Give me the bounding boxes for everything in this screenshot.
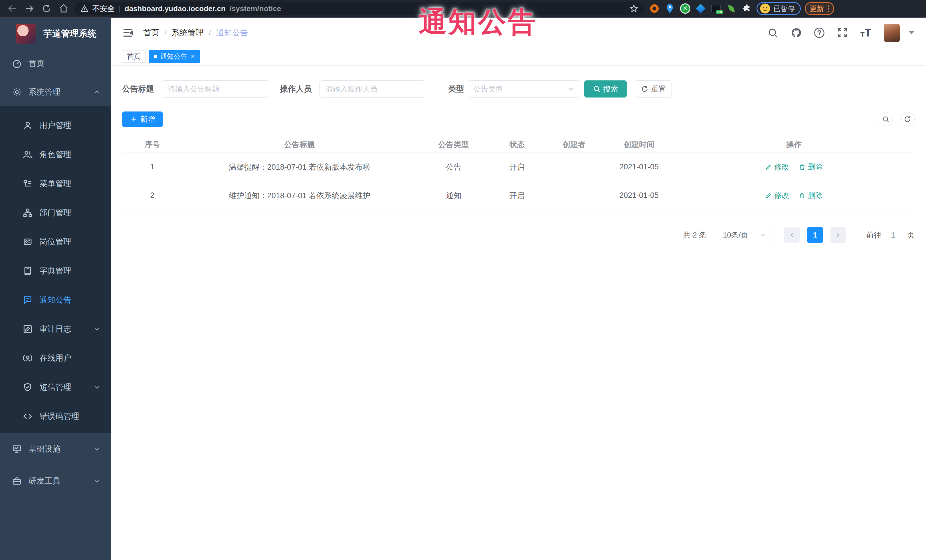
tag-close-icon[interactable]: × (191, 53, 195, 60)
delete-label: 删除 (808, 190, 823, 201)
cell-type: 公告 (416, 162, 491, 172)
type-filter-select[interactable]: 公告类型 (468, 80, 580, 98)
extensions-puzzle-icon[interactable] (741, 3, 752, 14)
sidebar-item-system[interactable]: 系统管理 (0, 78, 111, 106)
operator-filter-input[interactable] (319, 80, 425, 98)
extension-green-x-icon[interactable]: ✕ (679, 3, 691, 14)
shield-icon (23, 382, 33, 392)
add-button[interactable]: 新增 (122, 112, 163, 127)
sidebar-item-post-mgmt[interactable]: 岗位管理 (0, 227, 111, 256)
sidebar-item-label: 审计日志 (39, 324, 71, 335)
breadcrumb-home[interactable]: 首页 (143, 27, 159, 38)
chevron-left-icon (789, 232, 795, 238)
content-area: 公告标题 操作人员 类型 公告类型 搜索 重置 (111, 66, 926, 560)
type-select-placeholder: 公告类型 (473, 84, 503, 94)
chevron-down-icon (567, 85, 575, 93)
sidebar-item-dept-mgmt[interactable]: 部门管理 (0, 198, 111, 227)
browser-update-button[interactable]: 更新 (805, 2, 834, 15)
extension-leaf-icon[interactable] (726, 3, 737, 14)
extension-sql-icon[interactable]: on (710, 3, 722, 14)
breadcrumb-system[interactable]: 系统管理 (172, 27, 204, 38)
sidebar-item-user-mgmt[interactable]: 用户管理 (0, 111, 111, 140)
github-icon[interactable] (791, 27, 802, 38)
sidebar-item-online-users[interactable]: 在线用户 (0, 344, 111, 373)
delete-link[interactable]: 删除 (799, 190, 823, 201)
fullscreen-icon[interactable] (837, 27, 848, 38)
sidebar-item-dict-mgmt[interactable]: 字典管理 (0, 256, 111, 285)
user-avatar[interactable] (884, 24, 900, 42)
sidebar-item-label: 系统管理 (29, 87, 61, 98)
page-size-value: 10条/页 (723, 230, 748, 240)
sidebar-item-dev-tools[interactable]: 研发工具 (0, 465, 111, 497)
tag-active-dot (154, 55, 157, 58)
reset-button-label: 重置 (651, 84, 666, 94)
pagination: 共 2 条 10条/页 1 前往 页 (122, 227, 915, 243)
address-bar[interactable]: 不安全 | dashboard.yudao.iocoder.cn/system/… (74, 2, 645, 15)
app-logo: 芋道管理系统 (0, 18, 111, 49)
breadcrumb-current: 通知公告 (216, 27, 248, 38)
plus-icon (130, 115, 138, 123)
col-title: 公告标题 (183, 139, 416, 150)
tag-home[interactable]: 首页 (122, 50, 145, 63)
goto-page-input[interactable] (884, 227, 902, 243)
edit-link[interactable]: 修改 (765, 190, 789, 201)
search-button[interactable]: 搜索 (584, 80, 627, 98)
avatar-caret-icon[interactable] (908, 31, 915, 35)
browser-forward-icon[interactable] (23, 2, 36, 15)
next-page-button[interactable] (831, 227, 846, 243)
col-status: 状态 (491, 139, 543, 150)
sidebar-item-errorcode-mgmt[interactable]: 错误码管理 (0, 402, 111, 431)
browser-back-icon[interactable] (6, 2, 19, 15)
delete-link[interactable]: 删除 (799, 162, 823, 172)
search-icon (593, 85, 601, 93)
pencil-icon (765, 192, 772, 199)
sidebar-toggle-icon[interactable] (122, 27, 133, 38)
title-filter-input[interactable] (162, 80, 269, 98)
refresh-table-button[interactable] (900, 112, 915, 126)
prev-page-button[interactable] (784, 227, 800, 243)
chevron-down-icon (94, 326, 100, 332)
extension-orange-icon[interactable] (649, 3, 660, 14)
edit-label: 修改 (774, 190, 789, 201)
sidebar-item-audit-log[interactable]: 审计日志 (0, 314, 111, 344)
app-title: 芋道管理系统 (43, 28, 97, 40)
annotation-overlay-text: 通知公告 (419, 3, 537, 41)
sidebar: 芋道管理系统 首页 系统管理 用户管理 角色管理 菜单管理 (0, 18, 111, 560)
security-label: 不安全 (92, 4, 115, 14)
sidebar-item-home[interactable]: 首页 (0, 49, 111, 78)
bookmark-star-icon[interactable] (629, 4, 639, 13)
search-icon[interactable] (767, 27, 778, 38)
sidebar-item-menu-mgmt[interactable]: 菜单管理 (0, 169, 111, 198)
tag-notice[interactable]: 通知公告 × (149, 50, 200, 63)
sidebar-item-infrastructure[interactable]: 基础设施 (0, 433, 111, 465)
sidebar-item-role-mgmt[interactable]: 角色管理 (0, 140, 111, 169)
browser-home-icon[interactable] (57, 2, 70, 15)
pencil-icon (765, 164, 772, 171)
extension-diamond-icon[interactable] (695, 3, 707, 14)
toggle-search-button[interactable] (879, 112, 893, 126)
tools-icon (12, 476, 22, 486)
extension-pin-icon[interactable] (664, 3, 676, 14)
infra-icon (12, 444, 22, 454)
breadcrumb: 首页 / 系统管理 / 通知公告 (143, 27, 248, 38)
chevron-right-icon (835, 232, 841, 238)
cell-status: 开启 (491, 162, 543, 172)
browser-reload-icon[interactable] (40, 2, 53, 15)
browser-menu-icon[interactable] (828, 5, 829, 12)
delete-label: 删除 (808, 162, 823, 172)
browser-profile-chip[interactable]: 已暂停 (757, 2, 801, 15)
reset-button[interactable]: 重置 (635, 80, 672, 98)
col-actions: 操作 (673, 139, 915, 150)
notice-table: 序号 公告标题 公告类型 状态 创建者 创建时间 操作 1 温馨提醒：2018-… (122, 136, 915, 210)
sidebar-item-label: 基础设施 (29, 444, 61, 454)
sidebar-item-sms-mgmt[interactable]: 短信管理 (0, 373, 111, 402)
edit-link[interactable]: 修改 (765, 162, 789, 172)
help-icon[interactable]: ? (814, 28, 825, 38)
page-size-select[interactable]: 10条/页 (718, 227, 772, 243)
sidebar-item-notice[interactable]: 通知公告 (0, 285, 111, 314)
sidebar-item-label: 菜单管理 (39, 178, 71, 189)
page-number-1[interactable]: 1 (807, 227, 823, 243)
total-count: 共 2 条 (683, 230, 707, 240)
gear-icon (12, 87, 22, 97)
font-size-icon[interactable]: TT (860, 27, 871, 38)
